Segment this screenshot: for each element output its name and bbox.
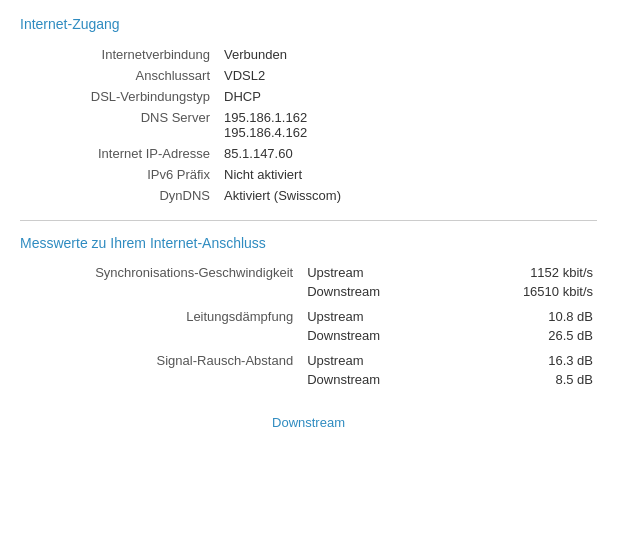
measure-sub-label: Downstream [303, 282, 463, 301]
downstream-link-container[interactable]: Downstream [20, 415, 597, 430]
info-row: Internet IP-Adresse85.1.147.60 [20, 143, 597, 164]
measure-row: Downstream16510 kbit/s [20, 282, 597, 301]
internet-section-title: Internet-Zugang [20, 16, 597, 32]
measurements-section: Messwerte zu Ihrem Internet-Anschluss Sy… [20, 235, 597, 395]
measure-row: Signal-Rausch-AbstandUpstream16.3 dB [20, 351, 597, 370]
info-value: DHCP [220, 86, 597, 107]
info-value: Nicht aktiviert [220, 164, 597, 185]
measure-value: 16510 kbit/s [463, 282, 597, 301]
measure-value: 1152 kbit/s [463, 263, 597, 282]
info-value: 85.1.147.60 [220, 143, 597, 164]
info-label: DynDNS [20, 185, 220, 206]
measure-value: 10.8 dB [463, 307, 597, 326]
measure-group-label: Synchronisations-Geschwindigkeit [20, 263, 303, 282]
info-value: Aktiviert (Swisscom) [220, 185, 597, 206]
measure-sub-label: Downstream [303, 370, 463, 389]
measure-spacer [20, 389, 597, 395]
info-value: Verbunden [220, 44, 597, 65]
info-label: DSL-Verbindungstyp [20, 86, 220, 107]
measure-value: 16.3 dB [463, 351, 597, 370]
measure-value: 8.5 dB [463, 370, 597, 389]
measure-row: LeitungsdämpfungUpstream10.8 dB [20, 307, 597, 326]
info-row: DynDNSAktiviert (Swisscom) [20, 185, 597, 206]
measure-group-label [20, 282, 303, 301]
info-row: DSL-VerbindungstypDHCP [20, 86, 597, 107]
measurements-table: Synchronisations-GeschwindigkeitUpstream… [20, 263, 597, 395]
info-label: DNS Server [20, 107, 220, 143]
measure-row: Downstream26.5 dB [20, 326, 597, 345]
measure-group-label: Signal-Rausch-Abstand [20, 351, 303, 370]
measure-sub-label: Upstream [303, 263, 463, 282]
measurements-section-title: Messwerte zu Ihrem Internet-Anschluss [20, 235, 597, 251]
measure-row: Synchronisations-GeschwindigkeitUpstream… [20, 263, 597, 282]
downstream-link[interactable]: Downstream [272, 415, 345, 430]
measure-value: 26.5 dB [463, 326, 597, 345]
internet-info-table: InternetverbindungVerbundenAnschlussartV… [20, 44, 597, 206]
measure-group-label: Leitungsdämpfung [20, 307, 303, 326]
info-value: VDSL2 [220, 65, 597, 86]
measure-sub-label: Upstream [303, 307, 463, 326]
info-label: Internet IP-Adresse [20, 143, 220, 164]
info-row: DNS Server195.186.1.162195.186.4.162 [20, 107, 597, 143]
measure-group-label [20, 370, 303, 389]
info-row: InternetverbindungVerbunden [20, 44, 597, 65]
info-label: Internetverbindung [20, 44, 220, 65]
info-row: AnschlussartVDSL2 [20, 65, 597, 86]
info-row: IPv6 PräfixNicht aktiviert [20, 164, 597, 185]
measure-sub-label: Upstream [303, 351, 463, 370]
internet-section: Internet-Zugang InternetverbindungVerbun… [20, 16, 597, 206]
measure-group-label [20, 326, 303, 345]
info-label: Anschlussart [20, 65, 220, 86]
section-divider [20, 220, 597, 221]
info-value: 195.186.1.162195.186.4.162 [220, 107, 597, 143]
page-container: Internet-Zugang InternetverbindungVerbun… [0, 0, 617, 446]
measure-row: Downstream8.5 dB [20, 370, 597, 389]
info-label: IPv6 Präfix [20, 164, 220, 185]
measure-sub-label: Downstream [303, 326, 463, 345]
